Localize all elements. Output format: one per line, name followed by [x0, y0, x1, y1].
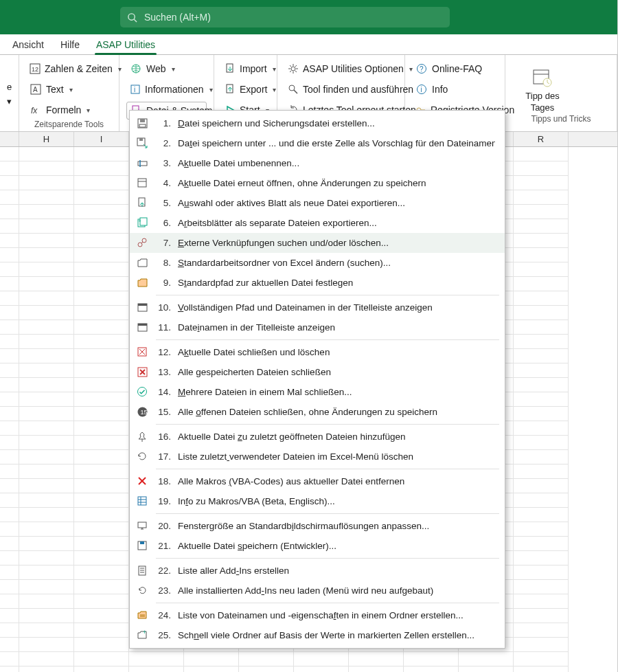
ribbon-overflow-left[interactable]: e▾	[0, 55, 19, 131]
cmd-import[interactable]: Import▾	[221, 60, 270, 77]
column-header[interactable]	[0, 132, 19, 146]
cmd-information[interactable]: i Informationen▾	[126, 81, 207, 98]
menu-item-label: Aktuelle Datei speichern (Entwickler)...	[178, 541, 495, 551]
menu-item[interactable]: 7.Externe Verknüpfungen suchen und/oder …	[130, 233, 505, 253]
cmd-tip-of-day[interactable]: Tipp des Tages	[512, 59, 573, 113]
grid-row[interactable]	[0, 667, 617, 672]
cmd-formulas[interactable]: fx Formeln▾	[26, 102, 112, 118]
menu-item-icon	[135, 519, 149, 533]
import-icon	[225, 63, 236, 75]
menu-item-number: 2.	[156, 138, 171, 148]
menu-item-number: 12.	[156, 347, 171, 357]
column-header[interactable]: R	[514, 132, 569, 146]
svg-text:i: i	[134, 86, 135, 93]
menu-item[interactable]: 1515.Alle offenen Dateien schließen, ohn…	[130, 402, 505, 422]
column-header[interactable]: H	[19, 132, 74, 146]
svg-text:i: i	[421, 86, 422, 93]
menu-item-icon	[135, 256, 149, 270]
menu-item-number: 22.	[156, 565, 171, 576]
menu-item-label: Datei speichern unter ... und die erste …	[178, 138, 495, 148]
menu-item-label: Liste zuletzt verwendeter Dateien im Exc…	[178, 451, 495, 462]
svg-line-24	[294, 90, 297, 93]
ribbon-group-tips: Tipp des Tages Tipps und Tricks	[505, 55, 617, 131]
svg-rect-42	[138, 161, 147, 166]
svg-point-63	[137, 388, 146, 396]
grid-row[interactable]	[0, 652, 617, 667]
svg-rect-38	[140, 119, 145, 122]
menu-item-number: 17.	[156, 451, 171, 462]
menu-item[interactable]: 20.Fenstergröße an Standardbildschirmauf…	[130, 516, 505, 536]
cmd-text[interactable]: A Text▾	[26, 81, 112, 98]
menu-item-label: Datei speichern und Sicherungsdatei erst…	[178, 118, 495, 128]
menu-item[interactable]: 19.Info zu Makros/VBA (Beta, Englisch)..…	[130, 491, 505, 511]
svg-line-19	[290, 65, 291, 67]
menu-item-number: 8.	[156, 258, 171, 268]
menu-item-label: Externe Verknüpfungen suchen und/oder lö…	[178, 238, 495, 248]
menu-item[interactable]: 22.Liste aller Add-Ins erstellen	[130, 561, 505, 581]
menu-item-icon	[135, 301, 149, 315]
menu-item[interactable]: 13.Alle gespeicherten Dateien schließen	[130, 362, 505, 382]
menu-item[interactable]: 12.Aktuelle Datei schließen und löschen	[130, 342, 505, 362]
menu-item-icon: +	[135, 629, 149, 642]
menu-separator	[156, 424, 499, 425]
menu-item[interactable]: 14.Mehrere Dateien in einem Mal schließe…	[130, 382, 505, 402]
menu-item[interactable]: 1.Datei speichern und Sicherungsdatei er…	[130, 113, 505, 133]
menu-item-icon	[135, 430, 149, 444]
menu-item-number: 18.	[156, 476, 171, 486]
menu-item-number: 25.	[156, 630, 171, 640]
cmd-numbers-times[interactable]: 12 Zahlen & Zeiten▾	[26, 60, 112, 77]
cmd-web[interactable]: Web▾	[126, 60, 207, 77]
menu-item[interactable]: 23.Alle installierten Add-Ins neu laden …	[130, 581, 505, 601]
calendar-tip-icon	[531, 66, 554, 89]
cmd-info[interactable]: i Info	[412, 81, 498, 98]
svg-text:?: ?	[420, 65, 424, 73]
menu-item-icon	[135, 346, 149, 359]
menu-item[interactable]: 17.Liste zuletzt verwendeter Dateien im …	[130, 447, 505, 467]
menu-item-icon	[135, 137, 149, 150]
menu-item[interactable]: 2.Datei speichern unter ... und die erst…	[130, 133, 505, 153]
menu-item[interactable]: 5.Auswahl oder aktives Blatt als neue Da…	[130, 193, 505, 213]
cmd-find-tool[interactable]: Tool finden und ausführen	[284, 81, 398, 98]
menu-item[interactable]: 21.Aktuelle Datei speichern (Entwickler)…	[130, 536, 505, 556]
export-icon	[225, 83, 236, 96]
file-system-menu: 1.Datei speichern und Sicherungsdatei er…	[129, 110, 505, 649]
cmd-online-faq[interactable]: ? Online-FAQ	[412, 60, 498, 77]
menu-item[interactable]: +25.Schnell viele Ordner auf Basis der W…	[130, 625, 505, 645]
column-header[interactable]: I	[74, 132, 129, 146]
tab-asap-utilities[interactable]: ASAP Utilities	[88, 35, 163, 54]
tab-help[interactable]: Hilfe	[52, 35, 88, 54]
search-icon	[127, 12, 137, 23]
menu-item[interactable]: 10.Vollständigen Pfad und Dateinamen in …	[130, 298, 505, 317]
menu-item-label: Aktuelle Datei schließen und löschen	[178, 347, 495, 357]
tab-view[interactable]: Ansicht	[4, 35, 52, 54]
menu-item[interactable]: 18.Alle Makros (VBA-Codes) aus aktueller…	[130, 471, 505, 491]
cmd-export[interactable]: Export▾	[221, 81, 270, 98]
ribbon-group-timesaving: 12 Zahlen & Zeiten▾ A Text▾ fx Formeln▾ …	[19, 55, 119, 131]
search-box[interactable]: Suchen (Alt+M)	[120, 7, 450, 27]
info-circle-icon: i	[415, 83, 428, 96]
menu-item-label: Standardarbeitsordner von Excel ändern (…	[178, 258, 495, 268]
menu-item-icon	[135, 236, 149, 250]
menu-item[interactable]: +6.Arbeitsblätter als separate Dateien e…	[130, 213, 505, 233]
menu-item[interactable]: 3.Aktuelle Datei umbenennen...	[130, 153, 505, 173]
menu-item[interactable]: 16.Aktuelle Datei zu zuletzt geöffneten …	[130, 427, 505, 447]
menu-item[interactable]: 24.Liste von Dateinamen und -eigenschaft…	[130, 605, 505, 625]
menu-item-number: 23.	[156, 585, 171, 596]
menu-item-number: 19.	[156, 496, 171, 506]
menu-item-icon	[135, 276, 149, 290]
menu-item-icon	[135, 177, 149, 190]
menu-separator	[156, 295, 499, 295]
menu-item[interactable]: 9.Standardpfad zur aktuellen Datei festl…	[130, 273, 505, 293]
menu-item-label: Schnell viele Ordner auf Basis der Werte…	[178, 630, 495, 640]
menu-item-icon	[135, 321, 149, 335]
cmd-asap-options[interactable]: ASAP Utilities Optionen▾	[284, 60, 398, 77]
menu-item[interactable]: 4.Aktuelle Datei erneut öffnen, ohne Änd…	[130, 173, 505, 193]
search-tool-icon	[288, 83, 299, 96]
menu-item[interactable]: 11.Dateinamen in der Titelleiste anzeige…	[130, 317, 505, 337]
menu-separator	[156, 513, 499, 514]
menu-item[interactable]: 8.Standardarbeitsordner von Excel ändern…	[130, 253, 505, 273]
title-bar: Suchen (Alt+M)	[0, 0, 617, 34]
menu-item-number: 4.	[156, 178, 171, 188]
menu-separator	[156, 339, 499, 340]
svg-point-14	[291, 67, 295, 71]
